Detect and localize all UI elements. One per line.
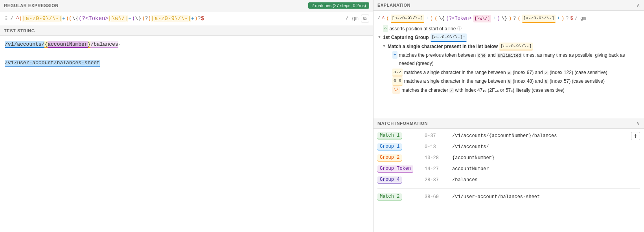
group1-label: Group 1: [377, 143, 402, 150]
exp-token: (?<Token>: [446, 15, 472, 22]
match-info-section: MATCH INFORMATION ∨ ⬆ Match 1 0-37 /v1/a…: [374, 118, 644, 232]
exp-charset-1-badge: [a-z0-9\/\-]: [391, 15, 424, 23]
exp-09-text: matches a single character in the range …: [404, 77, 605, 85]
exp-anchor-info-icon[interactable]: ⓘ: [457, 25, 462, 32]
exp-rx-g2: (: [434, 15, 437, 22]
match-info-body: ⬆ Match 1 0-37 /v1/accounts/{accountNumb…: [374, 129, 644, 232]
grouptoken-label-cell: Group Token: [374, 163, 421, 174]
match2-value: /v1/user-account/balances-sheet: [448, 191, 644, 202]
match1-label-cell: Match 1: [374, 130, 421, 141]
exp-az-item: a-z matches a single character in the ra…: [377, 68, 640, 77]
exp-plus-1: +: [426, 15, 429, 22]
rx-quant-2: +: [128, 15, 131, 22]
group1-label-cell: Group 1: [374, 141, 421, 152]
test-section-label: TEST STRING: [0, 26, 373, 36]
exp-rx-g1c: ): [430, 15, 433, 22]
exp-dollar: $: [570, 15, 573, 22]
grouptoken-range: 14-27: [421, 163, 448, 174]
table-row: Match 2 38-69 /v1/user-account/balances-…: [374, 191, 644, 202]
exp-charset-3-badge: [a-z0-9\/\-]: [522, 15, 556, 23]
cursor-1: ·: [118, 43, 121, 47]
exp-plus-item: + matches the previous token between one…: [377, 51, 640, 68]
exp-anchor-badge: ^: [383, 25, 388, 32]
group4-label-cell: Group 4: [374, 174, 421, 186]
rx-dollar: $: [201, 15, 204, 22]
match2-label: Match 2: [377, 193, 402, 200]
right-panel: EXPLANATION ∧ / ^([a-z0-9\/\-]+)(\{(?<To…: [374, 0, 644, 232]
group2-value: {accountNumber}: [448, 152, 644, 163]
rx-charset-1: [a-z0-9\/\-]: [22, 15, 62, 22]
group4-value: /balances: [448, 174, 644, 186]
explanation-label: EXPLANATION: [377, 3, 410, 7]
exp-charlist-badge: [a-z0-9\/\-]: [499, 43, 533, 51]
match1-range: 0-37: [421, 130, 448, 141]
match-token-text: accountNumber: [48, 41, 87, 48]
match-info-header: MATCH INFORMATION ∨: [374, 118, 644, 129]
matches-badge: 2 matches (27 steps, 0.2ms): [308, 2, 369, 9]
rx-group-open-1: (: [19, 15, 22, 22]
exp-group1-badge: [a-z0-9\/\-]+: [431, 33, 467, 42]
exp-arrow-charlist[interactable]: ▼: [382, 43, 386, 49]
test-section: TEST STRING /v1/accounts/{accountNumber}…: [0, 26, 373, 232]
exp-regex-anchor: ^: [382, 15, 385, 22]
rx-brace-close: \}: [135, 15, 142, 22]
match2-range: 38-69: [421, 191, 448, 202]
copy-match-button[interactable]: ⬆: [631, 132, 640, 140]
exp-az-badge: a-z: [392, 69, 403, 77]
explanation-header: EXPLANATION ∧: [374, 0, 644, 11]
exp-opt-2: ?: [566, 15, 569, 22]
regex-open-slash: /: [10, 15, 13, 22]
match2-label-cell: Match 2: [374, 191, 421, 202]
regex-content[interactable]: ^([a-z0-9\/\-]+)(\{(?<Token>[\w\/]+)\})?…: [16, 15, 343, 22]
exp-regex-line: / ^([a-z0-9\/\-]+)(\{(?<Token>[\w\/]+)\}…: [377, 13, 640, 24]
explanation-body: / ^([a-z0-9\/\-]+)(\{(?<Token>[\w\/]+)\}…: [374, 11, 644, 118]
rx-group-close-1: ): [65, 15, 68, 22]
group4-label: Group 4: [377, 176, 402, 184]
exp-arrow-anchor: [377, 25, 381, 32]
match-info-collapse-icon[interactable]: ∨: [637, 121, 640, 126]
exp-az-text: matches a single character in the range …: [404, 69, 607, 77]
left-panel: REGULAR EXPRESSION 2 matches (27 steps, …: [0, 0, 374, 232]
test-line-1: /v1/accounts/{accountNumber}/balances·: [5, 40, 368, 58]
table-row: Group 2 13-28 {accountNumber}: [374, 152, 644, 163]
exp-09-badge: 0-9: [392, 77, 403, 85]
exp-arrow-group1[interactable]: ▼: [377, 33, 381, 40]
rx-group-close-2: ): [142, 15, 145, 22]
rx-quant-3: +: [191, 15, 194, 22]
group1-value: /v1/accounts/: [448, 141, 644, 152]
copy-regex-button[interactable]: ⧉: [361, 15, 369, 22]
match-line2-group: /v1/user-account/balances-sheet: [5, 60, 100, 67]
exp-slash-item: \/ matches the character / with index 47…: [377, 86, 640, 95]
regex-input-row: ⠿ / ^([a-z0-9\/\-]+)(\{(?<Token>[\w\/]+)…: [0, 11, 373, 26]
exp-group1-label: 1st Capturing Group: [383, 33, 429, 41]
match1-value: /v1/accounts/{accountNumber}/balances: [448, 130, 644, 141]
group1-range: 0-13: [421, 141, 448, 152]
exp-plus-text: matches the previous token between one a…: [399, 51, 640, 67]
rx-group-close-3: ): [194, 15, 197, 22]
table-row: Match 1 0-37 /v1/accounts/{accountNumber…: [374, 130, 644, 141]
group2-label-cell: Group 2: [374, 152, 421, 163]
drag-handle-icon[interactable]: ⠿: [4, 15, 8, 22]
grouptoken-label: Group Token: [377, 165, 413, 173]
regex-header-left: REGULAR EXPRESSION: [4, 3, 59, 8]
group4-range: 28-37: [421, 174, 448, 186]
exp-rx-g1: (: [386, 15, 389, 22]
regex-header: REGULAR EXPRESSION 2 matches (27 steps, …: [0, 0, 373, 11]
explanation-collapse-icon[interactable]: ∧: [637, 2, 640, 8]
rx-charset-2: [\w\/]: [109, 15, 128, 22]
rx-group-open-2: (: [69, 15, 72, 22]
exp-rx-g2c: ): [509, 15, 512, 22]
exp-arrow-09: [387, 77, 391, 84]
exp-arrow-slash: [387, 86, 391, 93]
rx-group-open-3: (: [148, 15, 151, 22]
table-row: Group 4 28-37 /balances: [374, 174, 644, 186]
regex-section-label: REGULAR EXPRESSION: [4, 3, 59, 8]
exp-brace: \{: [439, 15, 444, 22]
table-row: Group Token 14-27 accountNumber: [374, 163, 644, 174]
exp-slash-open: /: [377, 15, 380, 22]
rx-brace-open: \{: [72, 15, 79, 22]
exp-plus-3: +: [557, 15, 560, 22]
test-content[interactable]: /v1/accounts/{accountNumber}/balances· /…: [0, 36, 373, 232]
exp-group1-item: ▼ 1st Capturing Group [a-z0-9\/\-]+: [377, 33, 640, 42]
rx-anchor: ^: [16, 15, 19, 22]
